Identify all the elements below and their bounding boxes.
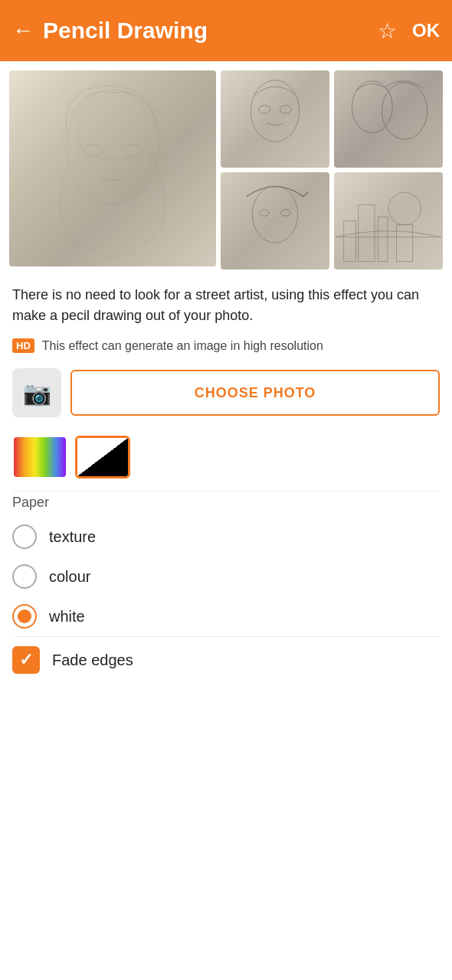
svg-point-1	[78, 90, 147, 174]
thumb-sketch-overlay-4	[334, 172, 443, 270]
radio-circle-white	[12, 604, 37, 629]
thumb-sketch-4	[334, 172, 443, 270]
radio-label-white: white	[49, 608, 85, 626]
fade-edges-checkbox-item[interactable]: ✓ Fade edges	[0, 637, 452, 683]
sketch-lines-overlay	[9, 70, 216, 266]
svg-point-14	[260, 210, 270, 216]
radio-circle-colour	[12, 564, 37, 589]
svg-rect-17	[359, 204, 375, 261]
thumb-sketch-overlay-3	[221, 172, 329, 270]
radio-label-colour: colour	[49, 568, 90, 586]
gallery-thumb-4	[334, 172, 443, 270]
thumb-sketch-overlay-1	[221, 70, 329, 168]
checkmark-icon: ✓	[19, 650, 33, 670]
fade-edges-checkbox: ✓	[12, 646, 40, 674]
svg-point-10	[280, 106, 291, 114]
rainbow-swatch-fill	[14, 437, 66, 477]
header-right: ☆ OK	[378, 18, 440, 44]
camera-icon-box: 📷	[12, 368, 61, 417]
svg-rect-16	[344, 221, 356, 262]
svg-point-9	[259, 106, 270, 114]
thumb-sketch-overlay-2	[334, 70, 443, 168]
favorite-icon[interactable]: ☆	[378, 18, 397, 44]
gallery-thumb-1	[221, 70, 329, 168]
color-swatch-rainbow[interactable]	[12, 436, 67, 479]
radio-item-white[interactable]: white	[0, 596, 452, 636]
svg-line-7	[147, 138, 152, 172]
effect-description: There is no need to look for a street ar…	[0, 276, 452, 332]
radio-item-colour[interactable]: colour	[0, 557, 452, 596]
fade-edges-label: Fade edges	[52, 652, 133, 669]
app-header: ← Pencil Drawing ☆ OK	[0, 0, 452, 61]
gallery-thumb-2	[334, 70, 443, 168]
hd-notice-text: This effect can generate an image in hig…	[42, 339, 323, 353]
color-swatch-bw[interactable]	[75, 436, 130, 479]
svg-point-12	[382, 83, 427, 139]
camera-icon: 📷	[23, 380, 51, 407]
radio-item-texture[interactable]: texture	[0, 517, 452, 557]
thumb-sketch-3	[221, 172, 329, 270]
gallery-main-image	[9, 70, 216, 266]
svg-point-3	[123, 145, 141, 157]
radio-inner-white	[18, 609, 31, 623]
choose-photo-button[interactable]: CHOOSE PHOTO	[70, 370, 440, 416]
gallery-thumbnails	[221, 70, 443, 270]
svg-point-2	[84, 145, 103, 157]
ok-button[interactable]: OK	[412, 20, 440, 41]
svg-rect-20	[397, 225, 413, 262]
radio-label-texture: texture	[49, 528, 96, 546]
main-sketch	[9, 70, 216, 266]
hd-notice: HD This effect can generate an image in …	[0, 332, 452, 362]
gallery-thumb-3	[221, 172, 329, 270]
svg-point-15	[280, 210, 290, 216]
thumb-sketch-2	[334, 70, 443, 168]
thumb-sketch-1	[221, 70, 329, 168]
paper-section-label: Paper	[0, 492, 452, 517]
svg-rect-18	[378, 217, 388, 261]
bw-swatch-fill	[77, 438, 128, 476]
hd-badge: HD	[12, 338, 34, 353]
choose-photo-row: 📷 CHOOSE PHOTO	[0, 362, 452, 430]
svg-point-13	[252, 186, 297, 243]
svg-point-8	[251, 80, 300, 142]
color-mode-row	[0, 430, 452, 491]
page-title: Pencil Drawing	[43, 18, 208, 44]
back-button[interactable]: ←	[12, 20, 34, 41]
radio-circle-texture	[12, 524, 37, 549]
header-left: ← Pencil Drawing	[12, 18, 208, 44]
image-gallery	[0, 61, 452, 276]
svg-point-19	[388, 192, 421, 224]
